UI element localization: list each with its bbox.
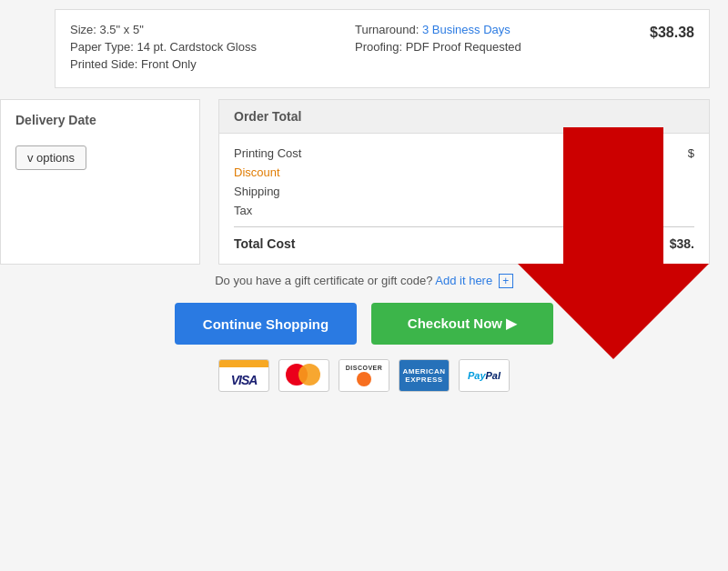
printing-cost-value: $ — [688, 146, 694, 160]
turnaround-label: Turnaround: — [355, 23, 419, 36]
page-wrapper: Size: 3.5" x 5" Paper Type: 14 pt. Cards… — [0, 0, 728, 571]
amex-card-inner: AMERICANEXPRESS — [399, 360, 449, 391]
order-total-title: Order Total — [234, 109, 301, 124]
order-total-body: Printing Cost $ Discount Shipping Tax — [219, 134, 709, 264]
printing-cost-row: Printing Cost $ — [234, 146, 694, 160]
total-cost-label: Total Cost — [234, 236, 295, 251]
discount-label: Discount — [234, 165, 280, 179]
discover-card: DISCOVER — [339, 359, 389, 392]
paypal-text-pal: Pal — [486, 370, 501, 381]
product-printed-side: Printed Side: Front Only — [70, 57, 337, 71]
gift-cert-text: Do you have a gift certificate or gift c… — [215, 274, 432, 287]
delivery-title: Delivery Date — [15, 113, 185, 127]
product-price: $38.38 — [622, 23, 694, 41]
product-proofing: Proofing: PDF Proof Requested — [355, 40, 622, 54]
mastercard-card — [278, 359, 329, 392]
middle-section: Delivery Date v options Order Total Prin… — [0, 99, 710, 265]
visa-stripe — [219, 360, 268, 367]
gift-cert-link[interactable]: Add it here — [435, 274, 492, 287]
discover-card-inner: DISCOVER — [339, 360, 389, 391]
amex-text: AMERICANEXPRESS — [402, 367, 445, 384]
paypal-card: Pay Pal — [459, 359, 510, 392]
discount-row: Discount — [234, 165, 694, 179]
total-cost-value: $38. — [670, 236, 694, 251]
gift-cert-line: Do you have a gift certificate or gift c… — [18, 274, 710, 288]
tax-label: Tax — [234, 204, 252, 217]
mc-circles — [286, 364, 322, 387]
product-size: Size: 3.5" x 5" — [70, 23, 337, 36]
product-turnaround: Turnaround: 3 Business Days — [355, 23, 622, 36]
tax-row: Tax — [234, 204, 694, 217]
shipping-label: Shipping — [234, 185, 280, 198]
printing-cost-label: Printing Cost — [234, 146, 301, 160]
continue-shopping-button[interactable]: Continue Shopping — [175, 303, 357, 345]
shipping-row: Shipping — [234, 185, 694, 198]
mc-right-circle — [298, 364, 320, 386]
order-total-header: Order Total — [219, 100, 709, 134]
product-card: Size: 3.5" x 5" Paper Type: 14 pt. Cards… — [55, 9, 710, 88]
product-details-right: Turnaround: 3 Business Days Proofing: PD… — [337, 23, 622, 57]
product-paper-type: Paper Type: 14 pt. Cardstock Gloss — [70, 40, 337, 54]
discover-circle — [357, 372, 371, 386]
discover-text: DISCOVER — [346, 365, 383, 371]
amex-card: AMERICANEXPRESS — [399, 359, 450, 392]
visa-card: VISA — [218, 359, 269, 392]
product-details-left: Size: 3.5" x 5" Paper Type: 14 pt. Cards… — [70, 23, 337, 75]
delivery-panel: Delivery Date v options — [0, 99, 200, 265]
add-icon[interactable]: + — [499, 274, 513, 288]
payment-icons: VISA DISCOVER AMERICANEXPRESS — [18, 359, 710, 392]
visa-text: VISA — [231, 373, 258, 387]
paypal-text-pp: Pay — [468, 370, 486, 381]
order-divider — [234, 226, 694, 227]
action-buttons: Continue Shopping Checkout Now ▶ — [18, 303, 710, 345]
paypal-card-inner: Pay Pal — [460, 360, 509, 391]
checkout-now-button[interactable]: Checkout Now ▶ — [371, 303, 553, 345]
order-total-panel: Order Total Printing Cost $ Discount Shi… — [218, 99, 710, 265]
options-button[interactable]: v options — [15, 145, 86, 170]
turnaround-link[interactable]: 3 Business Days — [422, 23, 511, 36]
total-cost-row: Total Cost $38. — [234, 236, 694, 251]
